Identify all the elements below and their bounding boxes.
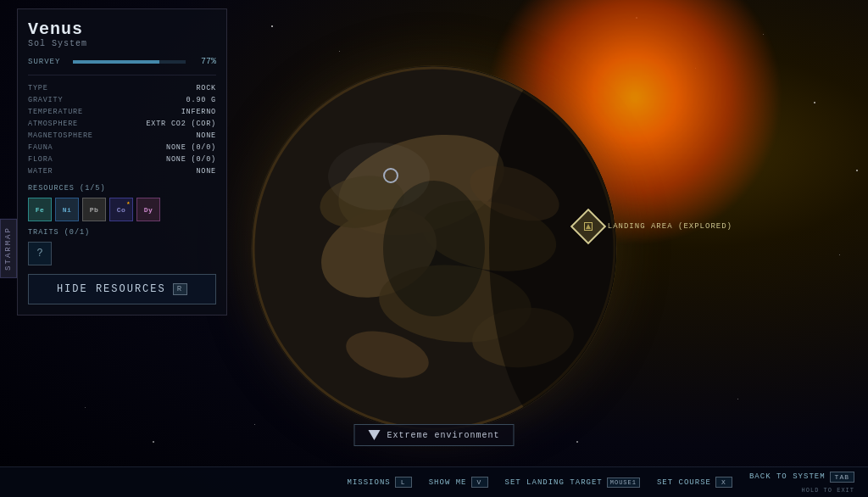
hide-resources-button[interactable]: HIDE RESOURCES R [28,274,216,304]
svg-point-11 [328,142,430,210]
table-row: ATMOSPHERE EXTR CO2 (COR) [28,118,216,130]
resource-ni[interactable]: Ni [55,198,79,221]
survey-bar-fill [73,60,159,64]
resource-iron[interactable]: Fe [28,198,52,221]
set-landing-key: MOUSE1 [607,477,640,488]
extreme-environment-badge: Extreme environment [353,424,514,446]
landing-diamond-inner [584,222,593,231]
atmosphere-value: EXTR CO2 (COR) [104,118,216,130]
set-course-label: SET COURSE [657,478,711,487]
set-course-action[interactable]: SET COURSE X [657,477,732,488]
table-row: WATER NONE [28,165,216,177]
back-to-system-top: BACK TO SYSTEM TAB [749,472,854,483]
bottom-bar: MISSIONS L SHOW ME V SET LANDING TARGET … [0,466,868,497]
water-value: NONE [104,165,216,177]
landing-area-marker[interactable]: LANDING AREA (EXPLORED) [576,214,732,239]
type-label: TYPE [28,82,104,94]
missions-label: MISSIONS [347,478,390,487]
planet-surface-svg [252,66,616,431]
hide-resources-key: R [173,283,187,295]
show-me-key: V [471,477,488,488]
missions-action[interactable]: MISSIONS L [347,477,411,488]
table-row: GRAVITY 0.90 G [28,94,216,106]
trait-unknown: ? [28,242,52,265]
back-to-system-key: TAB [830,472,854,483]
resource-dy[interactable]: Dy [136,198,160,221]
back-to-system-action[interactable]: BACK TO SYSTEM TAB HOLD TO EXIT [749,472,854,494]
survey-label: SURVEY [28,58,66,66]
landing-area-label: LANDING AREA (EXPLORED) [608,222,732,231]
set-landing-label: SET LANDING TARGET [505,478,603,487]
planet-globe [252,66,616,431]
show-me-label: SHOW ME [429,478,467,487]
hide-resources-label: HIDE RESOURCES [57,283,166,295]
flora-value: NONE (0/0) [104,154,216,165]
planet-name: Venus [28,20,216,39]
gravity-value: 0.90 G [104,94,216,106]
type-value: ROCK [104,82,216,94]
gravity-label: GRAVITY [28,94,104,106]
resource-pb[interactable]: Pb [82,198,106,221]
missions-key: L [395,477,412,488]
extreme-badge-label: Extreme environment [387,431,499,440]
back-to-system-label: BACK TO SYSTEM [749,472,826,481]
resource-co[interactable]: ★ Co [109,198,133,221]
extreme-icon [368,430,380,440]
resources-header: RESOURCES (1/5) [28,184,216,193]
set-course-key: X [715,477,732,488]
temperature-label: TEMPERATURE [28,106,104,118]
divider-1 [28,75,216,75]
planet-system: Sol System [28,39,216,48]
temperature-value: INFERNO [104,106,216,118]
landing-diamond-container [576,214,601,239]
flora-label: FLORA [28,154,104,165]
table-row: FAUNA NONE (0/0) [28,142,216,154]
survey-bar-bg [73,60,186,64]
back-to-system-sub: HOLD TO EXIT [802,487,854,494]
starmap-tab[interactable]: STARMAP [0,219,17,278]
landing-icon [585,223,592,230]
survey-row: SURVEY 77% [28,57,216,66]
star-icon: ★ [126,199,131,206]
magnetosphere-label: MAGNETOSPHERE [28,130,104,142]
set-landing-action[interactable]: SET LANDING TARGET MOUSE1 [505,477,640,488]
table-row: FLORA NONE (0/0) [28,154,216,165]
water-label: WATER [28,165,104,177]
survey-percent: 77% [192,57,216,66]
fauna-value: NONE (0/0) [104,142,216,154]
svg-marker-13 [586,224,591,229]
stats-table: TYPE ROCK GRAVITY 0.90 G TEMPERATURE INF… [28,82,216,177]
show-me-action[interactable]: SHOW ME V [429,477,488,488]
traits-header: TRAITS (0/1) [28,228,216,237]
resources-grid: Fe Ni Pb ★ Co Dy [28,198,216,221]
atmosphere-label: ATMOSPHERE [28,118,104,130]
table-row: MAGNETOSPHERE NONE [28,130,216,142]
fauna-label: FAUNA [28,142,104,154]
magnetosphere-value: NONE [104,130,216,142]
planet-info-panel: Venus Sol System SURVEY 77% TYPE ROCK GR… [17,8,227,316]
table-row: TYPE ROCK [28,82,216,94]
table-row: TEMPERATURE INFERNO [28,106,216,118]
